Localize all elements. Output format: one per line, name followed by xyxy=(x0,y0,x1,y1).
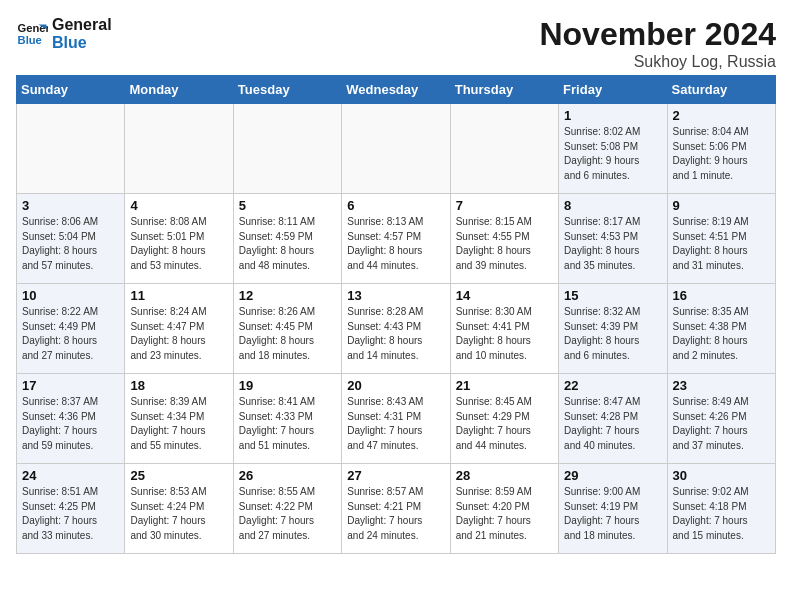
day-info: Sunrise: 8:45 AM Sunset: 4:29 PM Dayligh… xyxy=(456,395,553,453)
calendar-day-8: 8Sunrise: 8:17 AM Sunset: 4:53 PM Daylig… xyxy=(559,194,667,284)
calendar-day-7: 7Sunrise: 8:15 AM Sunset: 4:55 PM Daylig… xyxy=(450,194,558,284)
calendar-day-14: 14Sunrise: 8:30 AM Sunset: 4:41 PM Dayli… xyxy=(450,284,558,374)
logo: General Blue General Blue xyxy=(16,16,112,51)
logo-blue: Blue xyxy=(52,34,112,52)
day-info: Sunrise: 8:39 AM Sunset: 4:34 PM Dayligh… xyxy=(130,395,227,453)
day-info: Sunrise: 8:26 AM Sunset: 4:45 PM Dayligh… xyxy=(239,305,336,363)
svg-text:General: General xyxy=(18,22,48,34)
day-info: Sunrise: 8:32 AM Sunset: 4:39 PM Dayligh… xyxy=(564,305,661,363)
logo-general: General xyxy=(52,16,112,34)
calendar-day-4: 4Sunrise: 8:08 AM Sunset: 5:01 PM Daylig… xyxy=(125,194,233,284)
page-header: General Blue General Blue November 2024 … xyxy=(16,16,776,71)
calendar-day-5: 5Sunrise: 8:11 AM Sunset: 4:59 PM Daylig… xyxy=(233,194,341,284)
day-info: Sunrise: 8:22 AM Sunset: 4:49 PM Dayligh… xyxy=(22,305,119,363)
day-number: 25 xyxy=(130,468,227,483)
weekday-header-sunday: Sunday xyxy=(17,76,125,104)
calendar-day-empty xyxy=(125,104,233,194)
calendar-day-28: 28Sunrise: 8:59 AM Sunset: 4:20 PM Dayli… xyxy=(450,464,558,554)
day-number: 11 xyxy=(130,288,227,303)
weekday-header-tuesday: Tuesday xyxy=(233,76,341,104)
day-number: 10 xyxy=(22,288,119,303)
day-number: 16 xyxy=(673,288,770,303)
weekday-header-friday: Friday xyxy=(559,76,667,104)
day-number: 9 xyxy=(673,198,770,213)
calendar-table: SundayMondayTuesdayWednesdayThursdayFrid… xyxy=(16,75,776,554)
day-info: Sunrise: 8:02 AM Sunset: 5:08 PM Dayligh… xyxy=(564,125,661,183)
day-info: Sunrise: 8:06 AM Sunset: 5:04 PM Dayligh… xyxy=(22,215,119,273)
day-number: 24 xyxy=(22,468,119,483)
day-number: 28 xyxy=(456,468,553,483)
day-info: Sunrise: 8:08 AM Sunset: 5:01 PM Dayligh… xyxy=(130,215,227,273)
day-info: Sunrise: 8:24 AM Sunset: 4:47 PM Dayligh… xyxy=(130,305,227,363)
day-number: 3 xyxy=(22,198,119,213)
day-number: 1 xyxy=(564,108,661,123)
calendar-day-2: 2Sunrise: 8:04 AM Sunset: 5:06 PM Daylig… xyxy=(667,104,775,194)
day-info: Sunrise: 8:28 AM Sunset: 4:43 PM Dayligh… xyxy=(347,305,444,363)
calendar-day-empty xyxy=(342,104,450,194)
calendar-week-4: 17Sunrise: 8:37 AM Sunset: 4:36 PM Dayli… xyxy=(17,374,776,464)
calendar-day-10: 10Sunrise: 8:22 AM Sunset: 4:49 PM Dayli… xyxy=(17,284,125,374)
day-info: Sunrise: 8:04 AM Sunset: 5:06 PM Dayligh… xyxy=(673,125,770,183)
day-info: Sunrise: 8:47 AM Sunset: 4:28 PM Dayligh… xyxy=(564,395,661,453)
day-info: Sunrise: 8:35 AM Sunset: 4:38 PM Dayligh… xyxy=(673,305,770,363)
day-number: 29 xyxy=(564,468,661,483)
day-number: 14 xyxy=(456,288,553,303)
day-info: Sunrise: 8:41 AM Sunset: 4:33 PM Dayligh… xyxy=(239,395,336,453)
day-number: 18 xyxy=(130,378,227,393)
calendar-day-18: 18Sunrise: 8:39 AM Sunset: 4:34 PM Dayli… xyxy=(125,374,233,464)
day-info: Sunrise: 8:57 AM Sunset: 4:21 PM Dayligh… xyxy=(347,485,444,543)
day-number: 20 xyxy=(347,378,444,393)
day-info: Sunrise: 8:59 AM Sunset: 4:20 PM Dayligh… xyxy=(456,485,553,543)
day-number: 7 xyxy=(456,198,553,213)
day-info: Sunrise: 8:15 AM Sunset: 4:55 PM Dayligh… xyxy=(456,215,553,273)
month-title: November 2024 xyxy=(539,16,776,53)
day-number: 13 xyxy=(347,288,444,303)
day-number: 4 xyxy=(130,198,227,213)
calendar-day-30: 30Sunrise: 9:02 AM Sunset: 4:18 PM Dayli… xyxy=(667,464,775,554)
day-number: 6 xyxy=(347,198,444,213)
day-number: 2 xyxy=(673,108,770,123)
calendar-day-9: 9Sunrise: 8:19 AM Sunset: 4:51 PM Daylig… xyxy=(667,194,775,284)
calendar-day-20: 20Sunrise: 8:43 AM Sunset: 4:31 PM Dayli… xyxy=(342,374,450,464)
calendar-day-17: 17Sunrise: 8:37 AM Sunset: 4:36 PM Dayli… xyxy=(17,374,125,464)
calendar-day-23: 23Sunrise: 8:49 AM Sunset: 4:26 PM Dayli… xyxy=(667,374,775,464)
day-number: 23 xyxy=(673,378,770,393)
day-number: 17 xyxy=(22,378,119,393)
day-info: Sunrise: 8:51 AM Sunset: 4:25 PM Dayligh… xyxy=(22,485,119,543)
calendar-day-6: 6Sunrise: 8:13 AM Sunset: 4:57 PM Daylig… xyxy=(342,194,450,284)
day-number: 26 xyxy=(239,468,336,483)
calendar-header: SundayMondayTuesdayWednesdayThursdayFrid… xyxy=(17,76,776,104)
location-title: Sukhoy Log, Russia xyxy=(539,53,776,71)
day-number: 19 xyxy=(239,378,336,393)
title-block: November 2024 Sukhoy Log, Russia xyxy=(539,16,776,71)
weekday-header-thursday: Thursday xyxy=(450,76,558,104)
calendar-day-empty xyxy=(17,104,125,194)
day-info: Sunrise: 8:11 AM Sunset: 4:59 PM Dayligh… xyxy=(239,215,336,273)
calendar-week-3: 10Sunrise: 8:22 AM Sunset: 4:49 PM Dayli… xyxy=(17,284,776,374)
day-info: Sunrise: 8:49 AM Sunset: 4:26 PM Dayligh… xyxy=(673,395,770,453)
day-info: Sunrise: 8:53 AM Sunset: 4:24 PM Dayligh… xyxy=(130,485,227,543)
calendar-day-29: 29Sunrise: 9:00 AM Sunset: 4:19 PM Dayli… xyxy=(559,464,667,554)
calendar-day-12: 12Sunrise: 8:26 AM Sunset: 4:45 PM Dayli… xyxy=(233,284,341,374)
day-number: 30 xyxy=(673,468,770,483)
day-number: 5 xyxy=(239,198,336,213)
calendar-day-22: 22Sunrise: 8:47 AM Sunset: 4:28 PM Dayli… xyxy=(559,374,667,464)
calendar-day-11: 11Sunrise: 8:24 AM Sunset: 4:47 PM Dayli… xyxy=(125,284,233,374)
day-info: Sunrise: 8:37 AM Sunset: 4:36 PM Dayligh… xyxy=(22,395,119,453)
day-info: Sunrise: 8:17 AM Sunset: 4:53 PM Dayligh… xyxy=(564,215,661,273)
day-info: Sunrise: 8:43 AM Sunset: 4:31 PM Dayligh… xyxy=(347,395,444,453)
calendar-day-26: 26Sunrise: 8:55 AM Sunset: 4:22 PM Dayli… xyxy=(233,464,341,554)
weekday-header-saturday: Saturday xyxy=(667,76,775,104)
calendar-day-21: 21Sunrise: 8:45 AM Sunset: 4:29 PM Dayli… xyxy=(450,374,558,464)
day-number: 21 xyxy=(456,378,553,393)
calendar-day-1: 1Sunrise: 8:02 AM Sunset: 5:08 PM Daylig… xyxy=(559,104,667,194)
day-info: Sunrise: 8:19 AM Sunset: 4:51 PM Dayligh… xyxy=(673,215,770,273)
day-info: Sunrise: 9:00 AM Sunset: 4:19 PM Dayligh… xyxy=(564,485,661,543)
calendar-day-15: 15Sunrise: 8:32 AM Sunset: 4:39 PM Dayli… xyxy=(559,284,667,374)
calendar-day-empty xyxy=(450,104,558,194)
calendar-week-2: 3Sunrise: 8:06 AM Sunset: 5:04 PM Daylig… xyxy=(17,194,776,284)
calendar-week-5: 24Sunrise: 8:51 AM Sunset: 4:25 PM Dayli… xyxy=(17,464,776,554)
calendar-day-25: 25Sunrise: 8:53 AM Sunset: 4:24 PM Dayli… xyxy=(125,464,233,554)
calendar-day-24: 24Sunrise: 8:51 AM Sunset: 4:25 PM Dayli… xyxy=(17,464,125,554)
day-info: Sunrise: 8:55 AM Sunset: 4:22 PM Dayligh… xyxy=(239,485,336,543)
